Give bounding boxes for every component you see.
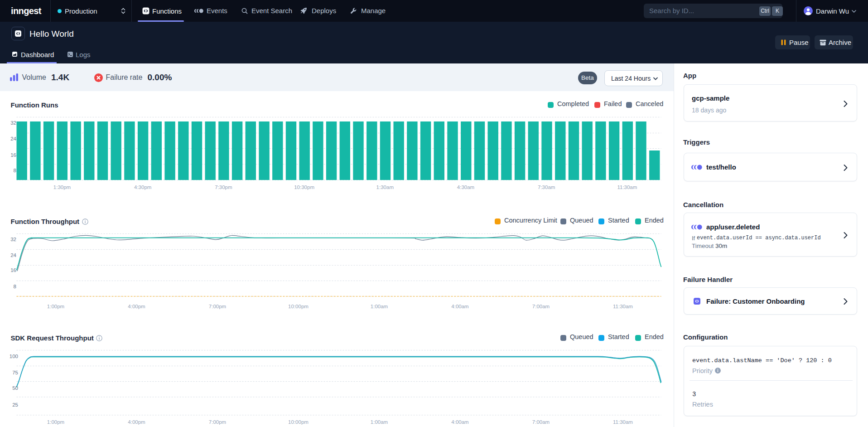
svg-text:32: 32 — [10, 237, 16, 242]
svg-text:4:00pm: 4:00pm — [128, 304, 145, 309]
svg-text:1:00am: 1:00am — [371, 304, 388, 309]
svg-text:10:00pm: 10:00pm — [288, 419, 309, 425]
svg-text:7:30am: 7:30am — [538, 184, 555, 190]
svg-text:7:00pm: 7:00pm — [209, 304, 226, 309]
svg-text:11:30am: 11:30am — [613, 419, 633, 425]
svg-text:1:00am: 1:00am — [371, 419, 388, 425]
svg-text:1:30pm: 1:30pm — [53, 184, 71, 190]
svg-text:4:00am: 4:00am — [451, 304, 468, 309]
svg-text:7:00pm: 7:00pm — [209, 419, 226, 425]
svg-text:10:00pm: 10:00pm — [288, 304, 309, 309]
svg-text:16: 16 — [10, 267, 16, 273]
svg-text:50: 50 — [12, 385, 18, 391]
svg-text:24: 24 — [10, 136, 16, 141]
svg-text:8: 8 — [14, 284, 16, 289]
svg-text:10:30pm: 10:30pm — [294, 184, 314, 190]
svg-text:4:30am: 4:30am — [457, 184, 474, 190]
svg-text:4:00am: 4:00am — [451, 419, 468, 425]
svg-text:8: 8 — [14, 168, 16, 173]
svg-text:7:00am: 7:00am — [532, 304, 550, 309]
svg-text:16: 16 — [10, 152, 16, 158]
svg-text:11:30am: 11:30am — [613, 304, 633, 309]
svg-text:1:00pm: 1:00pm — [47, 419, 64, 425]
svg-text:25: 25 — [12, 402, 18, 408]
svg-text:1:00pm: 1:00pm — [47, 304, 64, 309]
svg-text:32: 32 — [10, 120, 16, 126]
svg-text:100: 100 — [10, 354, 18, 359]
svg-text:4:30pm: 4:30pm — [134, 184, 151, 190]
svg-text:1:30am: 1:30am — [376, 184, 394, 190]
svg-text:7:30pm: 7:30pm — [215, 184, 232, 190]
svg-text:4:00pm: 4:00pm — [128, 419, 145, 425]
svg-text:24: 24 — [10, 252, 16, 258]
svg-text:75: 75 — [12, 370, 18, 375]
svg-text:7:00am: 7:00am — [532, 419, 550, 425]
svg-text:11:30am: 11:30am — [617, 184, 637, 190]
